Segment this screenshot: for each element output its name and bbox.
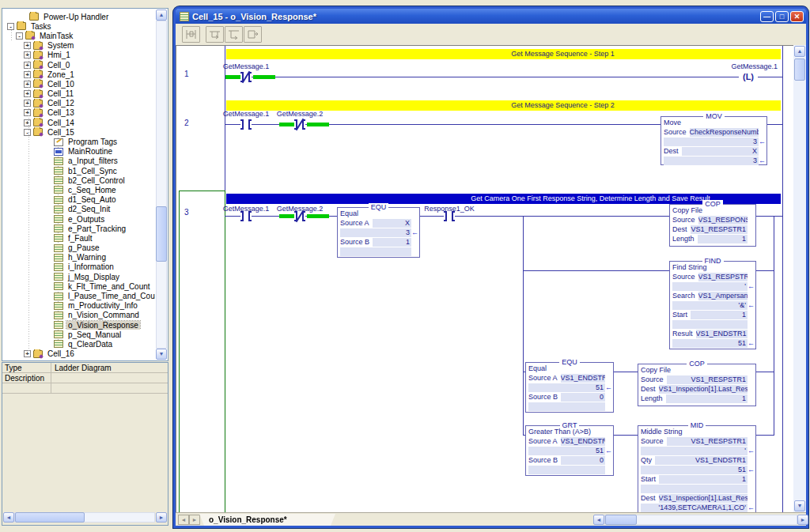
expand-box[interactable]: + [24, 109, 31, 116]
rung-number[interactable]: 3 [184, 208, 216, 217]
tab-next-button[interactable]: ► [189, 515, 200, 525]
tree-item-zone-1[interactable]: +Zone_1 [2, 70, 155, 79]
tree-item-b1-cell-sync[interactable]: b1_Cell_Sync [2, 166, 155, 175]
tree-item-cell-12[interactable]: +Cell_12 [2, 99, 155, 108]
routine-tab[interactable]: o_Vision_Response* [199, 514, 335, 526]
tree-item-k-flt-time-and-count[interactable]: k_Flt_Time_and_Count [2, 281, 155, 291]
tree-scroll-thumb[interactable] [156, 206, 167, 262]
tree-item-n-vision-command[interactable]: n_Vision_Command [2, 311, 155, 320]
mov-instruction[interactable]: MOV Move SourceCheckResponseNumber 3← De… [660, 116, 767, 165]
routine-icon [54, 206, 63, 213]
tree-item-c-seq-home[interactable]: c_Seq_Home [2, 185, 155, 194]
tree-item-m-productivity-info[interactable]: m_Productivity_Info [2, 301, 155, 311]
rung-number[interactable]: 2 [184, 119, 216, 127]
tree-item-d1-seq-auto[interactable]: d1_Seq_Auto [2, 195, 155, 205]
xio-contact-getmessage2[interactable] [294, 211, 305, 221]
latch-coil[interactable]: (L) [739, 72, 758, 83]
program-icon [33, 42, 43, 50]
find-instruction[interactable]: FIND Find String SourceVS1_RESPSTR1 '← S… [669, 261, 756, 349]
program-icon [33, 128, 43, 136]
minimize-button[interactable]: — [760, 11, 774, 22]
tree-scroll-track[interactable] [156, 21, 167, 349]
rung-comment[interactable]: Get Message Sequence - Step 1 [226, 49, 781, 59]
xic-contact-response1-ok[interactable] [444, 211, 455, 221]
tree-item-cell-0[interactable]: +Cell_0 [2, 60, 155, 70]
tree-scroll-down-button[interactable]: ▼ [156, 349, 167, 360]
cop-instruction[interactable]: COP Copy File SourceVS1_RESPSTR1 DestVS1… [638, 364, 756, 406]
xio-contact-getmessage1[interactable] [240, 72, 252, 82]
expand-box[interactable]: + [24, 71, 31, 78]
collapse-box[interactable]: - [16, 32, 23, 40]
tree-item-tasks[interactable]: -Tasks [2, 21, 155, 31]
routine-icon [54, 176, 63, 184]
ladder-vertical-scrollbar[interactable]: ▲ ▼ [793, 45, 806, 512]
props-scroll-thumb[interactable] [15, 512, 85, 523]
tree-item-maintask[interactable]: -MainTask [2, 31, 155, 40]
property-value[interactable] [51, 373, 168, 383]
tree-item-e-outputs[interactable]: e_Outputs [2, 214, 155, 224]
tree-item-cell-15[interactable]: -Cell_15 [2, 127, 155, 137]
ladder-scroll-down-button[interactable]: ▼ [794, 500, 805, 511]
tree-item-cell-11[interactable]: +Cell_11 [2, 89, 155, 99]
new-rung-button[interactable] [182, 26, 200, 43]
tree-item-i-information[interactable]: i_Information [2, 262, 155, 272]
maximize-button[interactable]: □ [775, 11, 789, 22]
expand-box[interactable]: + [24, 62, 31, 69]
tree-item-hmi-1[interactable]: +Hmi_1 [2, 51, 155, 60]
tree-item-cell-10[interactable]: +Cell_10 [2, 79, 155, 89]
property-value[interactable]: Ladder Diagram [51, 363, 168, 372]
expand-box[interactable]: + [24, 350, 31, 357]
expand-box[interactable]: + [24, 100, 31, 107]
tree-item-q-cleardata[interactable]: q_ClearData [2, 339, 155, 349]
new-branch-level-button[interactable] [225, 26, 243, 43]
ladder-scroll-thumb[interactable] [794, 58, 805, 81]
tree-item-cell-13[interactable]: +Cell_13 [2, 108, 155, 118]
collapse-box[interactable]: - [7, 23, 14, 30]
tree-item-l-pause-time-and-count[interactable]: l_Pause_Time_and_Count [2, 291, 155, 300]
tree-item-g-pause[interactable]: g_Pause [2, 243, 155, 253]
mid-instruction[interactable]: MID Middle String SourceVS1_RESPSTR1 '← … [638, 425, 756, 512]
equ-instruction[interactable]: EQU Equal Source AX 3← Source B1 [337, 207, 420, 258]
tree-item-j-msg-display[interactable]: j_Msg_Display [2, 272, 155, 281]
tree-item-a-input-filters[interactable]: a_Input_filters [2, 157, 155, 166]
tree-item-cell-14[interactable]: +Cell_14 [2, 118, 155, 127]
tree-item-mainroutine[interactable]: MainRoutine [2, 147, 155, 157]
xic-contact-getmessage1[interactable] [240, 119, 252, 130]
tree-item-e-part-tracking[interactable]: e_Part_Tracking [2, 224, 155, 233]
value-arrow-icon: ← [748, 504, 754, 512]
collapse-box[interactable]: - [24, 129, 31, 136]
rung-properties-button[interactable] [244, 26, 262, 43]
xio-contact-getmessage2[interactable] [294, 119, 305, 130]
tree-item-h-warning[interactable]: h_Warning [2, 253, 155, 262]
expand-box[interactable]: + [24, 90, 31, 97]
ladder-scroll-up-button[interactable]: ▲ [794, 46, 805, 57]
expand-box[interactable]: + [24, 81, 31, 88]
tree-item-system[interactable]: +System [2, 41, 155, 51]
tree-item-cell-16[interactable]: +Cell_16 [2, 349, 155, 359]
window-titlebar[interactable]: Cell_15 - o_Vision_Response* — □ ✕ [176, 9, 806, 24]
tree-scroll-up-button[interactable]: ▲ [156, 9, 167, 21]
tree-item-power-up-handler[interactable]: Power-Up Handler [2, 12, 155, 21]
tree-item-d2-seq-init[interactable]: d2_Seq_Init [2, 205, 155, 214]
props-scroll-right-button[interactable]: ► [156, 512, 167, 523]
tree-item-p-seq-manual[interactable]: p_Seq_Manual [2, 330, 155, 339]
expand-box[interactable]: + [24, 51, 31, 58]
expand-box[interactable]: + [24, 42, 31, 49]
equ-instruction[interactable]: EQU Equal Source AVS1_ENDSTR1 51← Source… [525, 362, 614, 413]
expand-box[interactable]: + [24, 119, 31, 126]
rung-number[interactable]: 1 [184, 70, 216, 78]
tree-item-program-tags[interactable]: Program Tags [2, 137, 155, 146]
tree-item-o-vision-response[interactable]: o_Vision_Response [2, 320, 155, 330]
props-scroll-left-button[interactable]: ◄ [3, 512, 14, 523]
ladder-scroll-thumb-h[interactable] [605, 515, 637, 525]
ladder-scroll-left-button[interactable]: ◄ [593, 515, 604, 525]
grt-instruction[interactable]: GRT Greater Than (A>B) Source AVS1_ENDST… [525, 425, 614, 476]
xic-contact-getmessage1[interactable] [240, 211, 252, 221]
tree-item-f-fault[interactable]: f_Fault [2, 233, 155, 243]
tree-item-b2-cell-control[interactable]: b2_Cell_Control [2, 175, 155, 185]
cop-instruction[interactable]: COP Copy File SourceVS1_RESPONSE1 DestVS… [669, 204, 756, 247]
ladder-scroll-right-button[interactable]: ► [797, 515, 808, 525]
close-button[interactable]: ✕ [790, 11, 804, 22]
tab-prev-button[interactable]: ◄ [178, 515, 189, 525]
new-branch-button[interactable] [206, 26, 224, 43]
